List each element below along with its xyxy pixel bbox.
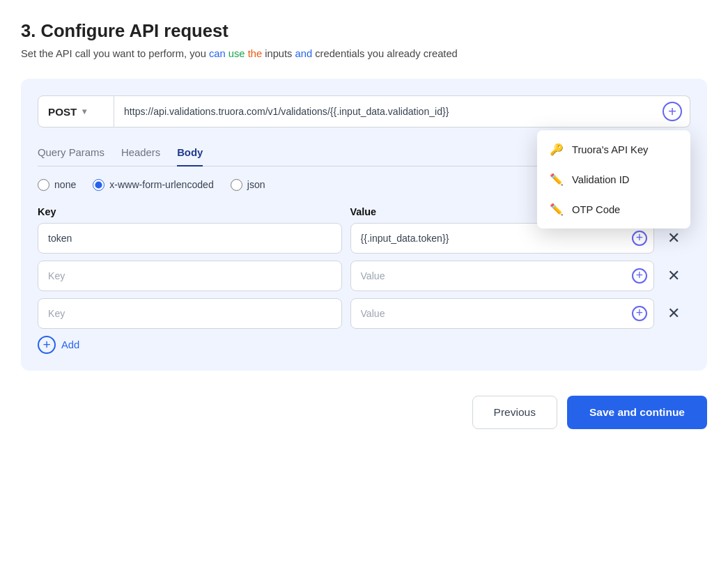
key-input-1[interactable] — [38, 223, 342, 254]
remove-row-button-2[interactable]: ✕ — [663, 265, 685, 287]
radio-none-label[interactable]: none — [38, 179, 76, 191]
value-add-button-3[interactable]: + — [632, 306, 647, 321]
radio-xwww-label[interactable]: x-www-form-urlencoded — [93, 179, 213, 191]
value-add-button-1[interactable]: + — [632, 231, 647, 246]
value-cell-3: + — [350, 298, 655, 329]
radio-xwww-text: x-www-form-urlencoded — [109, 179, 213, 190]
tab-query-params[interactable]: Query Params — [38, 141, 104, 166]
add-circle-icon: + — [38, 336, 56, 354]
dropdown-item-api-key[interactable]: 🔑 Truora's API Key — [537, 134, 690, 164]
radio-none-text: none — [54, 179, 76, 190]
dropdown-item-otp-code[interactable]: ✏️ OTP Code — [537, 194, 690, 224]
footer-actions: Previous Save and continue — [21, 396, 707, 429]
url-add-button[interactable]: + — [663, 102, 682, 121]
key-column-header: Key — [38, 206, 342, 217]
key-icon: 🔑 — [550, 143, 564, 156]
dropdown-item-validation-id[interactable]: ✏️ Validation ID — [537, 164, 690, 194]
table-row: + ✕ — [38, 261, 690, 291]
dropdown-item-otp-code-label: OTP Code — [572, 204, 620, 215]
remove-row-button-3[interactable]: ✕ — [663, 302, 685, 325]
table-row: + ✕ — [38, 298, 690, 329]
pencil-icon: ✏️ — [550, 173, 564, 186]
key-input-3[interactable] — [38, 298, 342, 329]
tab-body[interactable]: Body — [177, 141, 203, 166]
tab-headers[interactable]: Headers — [121, 141, 160, 166]
radio-json-text: json — [247, 179, 265, 190]
method-select[interactable]: POST ▾ — [38, 95, 114, 127]
remove-row-button-1[interactable]: ✕ — [663, 227, 685, 249]
value-input-2[interactable] — [350, 261, 655, 291]
value-cell-2: + — [350, 261, 655, 291]
page-title: 3. Configure API request — [21, 21, 707, 41]
url-row: POST ▾ + 🔑 Truora's API Key ✏️ Validatio… — [38, 95, 690, 127]
method-value: POST — [48, 106, 77, 118]
radio-xwww[interactable] — [93, 179, 104, 191]
value-add-button-2[interactable]: + — [632, 268, 647, 284]
pencil2-icon: ✏️ — [550, 203, 564, 216]
api-card: POST ▾ + 🔑 Truora's API Key ✏️ Validatio… — [21, 79, 707, 371]
radio-none[interactable] — [38, 179, 49, 191]
url-input[interactable] — [114, 95, 690, 127]
dropdown-popup: 🔑 Truora's API Key ✏️ Validation ID ✏️ O… — [537, 130, 690, 228]
radio-json[interactable] — [231, 179, 242, 191]
value-input-3[interactable] — [350, 298, 655, 329]
chevron-down-icon: ▾ — [82, 107, 86, 116]
page-subtitle: Set the API call you want to perform, yo… — [21, 48, 707, 59]
radio-json-label[interactable]: json — [231, 179, 265, 191]
dropdown-item-api-key-label: Truora's API Key — [572, 144, 648, 155]
save-continue-button[interactable]: Save and continue — [567, 396, 707, 429]
add-label: Add — [61, 339, 79, 350]
dropdown-item-validation-id-label: Validation ID — [572, 174, 629, 185]
key-input-2[interactable] — [38, 261, 342, 291]
add-row-button[interactable]: + Add — [38, 336, 690, 354]
previous-button[interactable]: Previous — [472, 396, 557, 429]
